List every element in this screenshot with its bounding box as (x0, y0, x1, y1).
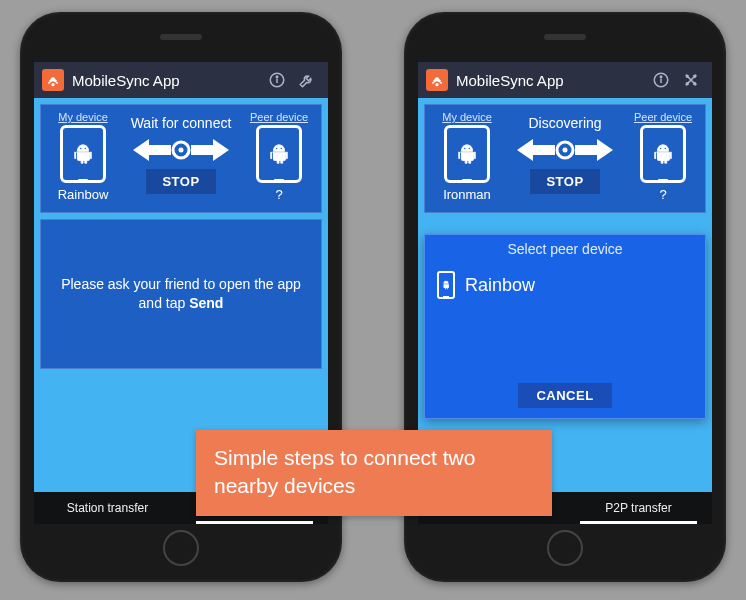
dialog-title: Select peer device (425, 235, 705, 265)
svg-point-17 (694, 75, 696, 77)
tab-label: Station transfer (67, 501, 148, 515)
wrench-icon[interactable] (294, 67, 320, 93)
svg-point-19 (694, 83, 696, 85)
peer-device-column: Peer device ? (629, 111, 697, 202)
android-icon (441, 279, 451, 291)
settings-cross-icon[interactable] (678, 67, 704, 93)
stop-button[interactable]: STOP (530, 169, 599, 194)
instruction-panel: Please ask your friend to open the app a… (40, 219, 322, 369)
svg-point-8 (179, 148, 184, 153)
connection-row: My device Ironman Discovering STOP (433, 111, 697, 202)
status-column: Discovering STOP (501, 111, 629, 194)
stop-button[interactable]: STOP (146, 169, 215, 194)
peer-device-label[interactable]: Peer device (629, 111, 697, 123)
peer-device-name: ? (629, 187, 697, 202)
tab-p2p-transfer[interactable]: P2P transfer (565, 492, 712, 524)
promo-banner: Simple steps to connect two nearby devic… (196, 430, 552, 516)
phone-icon (437, 271, 455, 299)
instruction-bold: Send (189, 295, 223, 311)
my-device-name: Rainbow (49, 187, 117, 202)
info-icon[interactable] (264, 67, 290, 93)
svg-point-15 (660, 76, 662, 78)
peer-list-item[interactable]: Rainbow (425, 265, 705, 309)
svg-point-3 (276, 76, 278, 78)
svg-point-21 (469, 148, 470, 149)
svg-point-27 (665, 148, 666, 149)
my-device-label[interactable]: My device (433, 111, 501, 123)
peer-device-label[interactable]: Peer device (245, 111, 313, 123)
my-device-label[interactable]: My device (49, 111, 117, 123)
status-text: Discovering (528, 115, 601, 131)
svg-point-4 (80, 148, 81, 149)
android-icon (456, 142, 478, 166)
svg-marker-25 (575, 139, 613, 161)
peer-device-name: ? (245, 187, 313, 202)
svg-point-11 (281, 148, 282, 149)
tab-label: P2P transfer (605, 501, 671, 515)
my-device-column: My device Ironman (433, 111, 501, 202)
svg-point-26 (660, 148, 661, 149)
svg-point-12 (436, 84, 438, 86)
peer-device-column: Peer device ? (245, 111, 313, 202)
select-peer-dialog: Select peer device Rainbow CANCEL (424, 234, 706, 419)
svg-marker-6 (133, 139, 171, 161)
bidirectional-arrow-icon (517, 135, 613, 165)
phone-icon (640, 125, 686, 183)
android-icon (652, 142, 674, 166)
instruction-text: Please ask your friend to open the app a… (61, 276, 301, 311)
action-bar: MobileSync App (418, 62, 712, 98)
status-text: Wait for connect (131, 115, 232, 131)
status-column: Wait for connect STOP (117, 111, 245, 194)
connection-panel: My device Rainbow Wait for connect STO (40, 104, 322, 213)
connection-row: My device Rainbow Wait for connect STO (49, 111, 313, 202)
dialog-footer: CANCEL (425, 379, 705, 414)
app-icon (42, 69, 64, 91)
android-icon (268, 142, 290, 166)
my-device-column: My device Rainbow (49, 111, 117, 202)
android-icon (72, 142, 94, 166)
dialog-spacer (425, 309, 705, 379)
connection-panel: My device Ironman Discovering STOP (424, 104, 706, 213)
svg-point-0 (52, 84, 54, 86)
my-device-name: Ironman (433, 187, 501, 202)
svg-point-18 (686, 83, 688, 85)
svg-point-24 (563, 148, 568, 153)
bidirectional-arrow-icon (133, 135, 229, 165)
svg-point-10 (276, 148, 277, 149)
phone-icon (60, 125, 106, 183)
svg-point-5 (85, 148, 86, 149)
app-icon (426, 69, 448, 91)
svg-point-20 (464, 148, 465, 149)
tab-station-transfer[interactable]: Station transfer (34, 492, 181, 524)
action-bar: MobileSync App (34, 62, 328, 98)
phone-icon (444, 125, 490, 183)
app-title: MobileSync App (72, 72, 260, 89)
cancel-button[interactable]: CANCEL (518, 383, 611, 408)
phone-icon (256, 125, 302, 183)
peer-name: Rainbow (465, 275, 535, 296)
svg-marker-9 (191, 139, 229, 161)
app-title: MobileSync App (456, 72, 644, 89)
svg-point-16 (686, 75, 688, 77)
svg-marker-22 (517, 139, 555, 161)
info-icon[interactable] (648, 67, 674, 93)
